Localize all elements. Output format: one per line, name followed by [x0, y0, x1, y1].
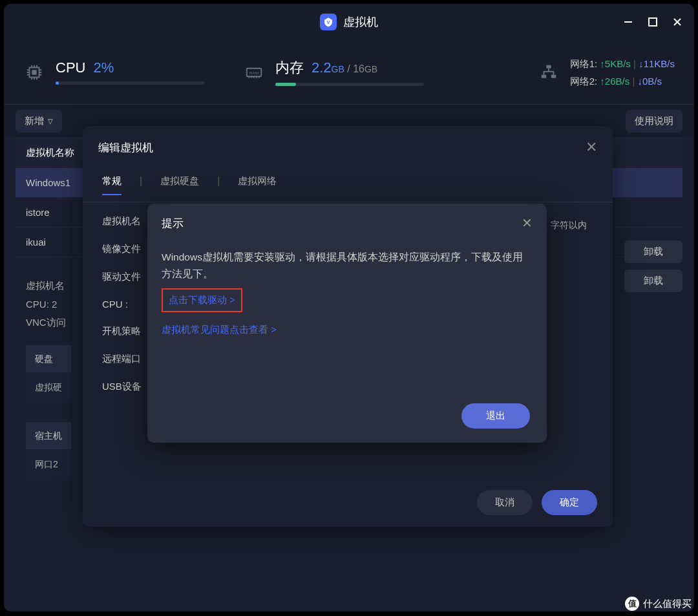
tab-general[interactable]: 常规 [102, 175, 122, 195]
form-label: USB设备 [102, 381, 154, 393]
svg-text:V: V [327, 19, 330, 25]
host-table-row: 网口2 [26, 449, 71, 480]
cancel-button[interactable]: 取消 [477, 490, 533, 515]
chevron-down-icon: ▽ [48, 118, 53, 125]
form-label: 远程端口 [102, 353, 154, 365]
tip-dialog-title: 提示 [162, 216, 184, 231]
stats-bar: CPU2% RAM 内存 2.2GB / 16GB 网络1: ↑5KB/s | … [4, 40, 694, 105]
cpu-icon [23, 61, 45, 83]
char-limit-hint: 字符以内 [551, 220, 587, 231]
edit-modal-title: 编辑虚拟机 [98, 140, 153, 155]
disk-table-header: 硬盘 [26, 345, 71, 373]
memory-label: 内存 [275, 58, 304, 78]
confirm-button[interactable]: 确定 [542, 490, 597, 515]
svg-rect-2 [649, 18, 657, 26]
help-button[interactable]: 使用说明 [626, 110, 682, 133]
watermark-text: 什么值得买 [643, 598, 692, 610]
tip-message: Windows虚拟机需要安装驱动，请根据具体版本选择对应驱动程序，下载及使用方法… [162, 249, 533, 283]
network-icon [538, 61, 560, 83]
download-driver-link[interactable]: 点击下载驱动 > [162, 288, 242, 312]
minimize-button[interactable] [623, 17, 633, 27]
tip-dialog-close-icon[interactable]: ✕ [522, 215, 533, 231]
add-button[interactable]: 新增▽ [16, 110, 62, 133]
network2-row: 网络2: ↑26B/s | ↓0B/s [570, 72, 675, 90]
cpu-label: CPU [56, 59, 85, 76]
form-label: 镜像文件 [102, 243, 154, 255]
close-button[interactable] [672, 17, 682, 27]
form-label: 虚拟机名 [102, 215, 154, 228]
cpu-value: 2% [93, 59, 114, 76]
host-table-header: 宿主机 [26, 422, 71, 450]
maximize-button[interactable] [648, 17, 658, 27]
unload-button[interactable]: 卸载 [624, 270, 682, 292]
app-title: 虚拟机 [343, 14, 378, 30]
watermark: 值 什么值得买 [625, 597, 692, 611]
tip-dialog: 提示 ✕ Windows虚拟机需要安装驱动，请根据具体版本选择对应驱动程序，下载… [147, 204, 547, 443]
memory-total: 16 [353, 63, 365, 74]
cpu-stat: CPU2% [23, 59, 204, 85]
svg-rect-1 [624, 21, 632, 23]
app-icon: V [320, 14, 337, 30]
exit-button[interactable]: 退出 [461, 403, 530, 429]
svg-text:RAM: RAM [249, 70, 259, 74]
ram-icon: RAM [243, 61, 265, 83]
svg-rect-9 [551, 74, 556, 78]
form-label: 开机策略 [102, 325, 154, 337]
disk-table-row: 虚拟硬 [26, 372, 71, 403]
network-stat: 网络1: ↑5KB/s | ↓11KB/s 网络2: ↑26B/s | ↓0B/… [538, 55, 675, 90]
form-label: CPU : [102, 299, 154, 310]
form-label: 驱动文件 [102, 271, 154, 283]
edit-modal-close-icon[interactable]: ✕ [586, 139, 597, 156]
svg-rect-7 [546, 65, 551, 68]
memory-used: 2.2 [312, 59, 332, 76]
tab-disk[interactable]: 虚拟硬盘 [160, 175, 199, 195]
faq-link[interactable]: 虚拟机常见问题点击查看 > [162, 324, 533, 336]
watermark-icon: 值 [625, 597, 639, 611]
titlebar: V 虚拟机 [4, 4, 694, 40]
network1-row: 网络1: ↑5KB/s | ↓11KB/s [570, 55, 675, 72]
tab-network[interactable]: 虚拟网络 [238, 175, 277, 195]
svg-rect-4 [32, 70, 37, 75]
svg-rect-8 [541, 74, 546, 78]
unload-button[interactable]: 卸载 [624, 240, 682, 263]
memory-stat: RAM 内存 2.2GB / 16GB [243, 58, 424, 86]
